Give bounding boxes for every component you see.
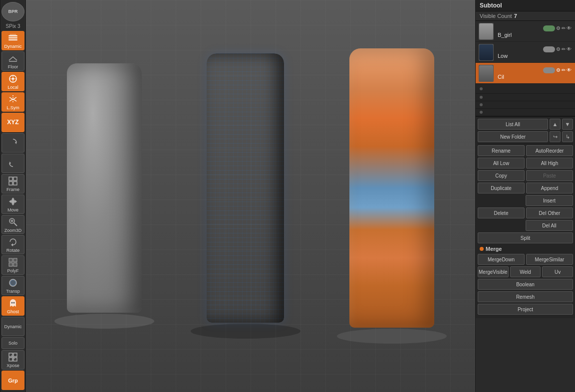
thumb-cil-img	[479, 65, 493, 81]
subtool-item-bgirl[interactable]: ⚙ ✏ 👁 B_girl	[476, 21, 575, 42]
list-all-button[interactable]: List All	[478, 119, 548, 130]
right-panel: Subtool Visible Count 7 ⚙ ✏ 👁 B_girl	[475, 0, 575, 392]
cil-eye-icon[interactable]: 👁	[567, 67, 572, 73]
subtool-spacer-2	[476, 94, 575, 101]
delete-row: Delete Del Other	[478, 207, 573, 218]
arrow-down-button[interactable]: ▼	[562, 119, 573, 130]
polyf-icon	[7, 257, 18, 268]
left-toolbar: BPR SPix 3 Dynamic Floor Local	[0, 0, 26, 392]
dynamic-button[interactable]: Dynamic	[1, 31, 24, 50]
rotate-button[interactable]: Rotate	[1, 235, 24, 254]
subtool-thumb-cil	[479, 65, 494, 82]
xpose-icon	[7, 352, 18, 363]
append-button[interactable]: Append	[526, 183, 573, 194]
del-all-button[interactable]: Del All	[526, 220, 573, 231]
ghost-label: Ghost	[7, 309, 19, 314]
uv-button[interactable]: Uv	[542, 266, 573, 277]
folder-forward-button[interactable]: ↪	[550, 131, 561, 142]
bgirl-toggle[interactable]	[543, 25, 555, 31]
bgirl-settings-icon[interactable]: ⚙	[556, 25, 561, 31]
low-edit-icon[interactable]: ✏	[562, 46, 566, 52]
rotate-up-icon	[7, 137, 18, 148]
subtool-thumb-low	[479, 44, 494, 61]
duplicate-button[interactable]: Duplicate	[478, 183, 525, 194]
cil-settings-icon[interactable]: ⚙	[556, 67, 561, 73]
zoom3d-button[interactable]: Zoom3D	[1, 215, 24, 234]
low-eye-icon[interactable]: 👁	[567, 46, 572, 52]
project-button[interactable]: Project	[478, 304, 573, 315]
folder-into-button[interactable]: ↳	[562, 131, 573, 142]
duplicate-row: Duplicate Append	[478, 183, 573, 194]
bgirl-eye-icon[interactable]: 👁	[567, 25, 572, 31]
frame-button[interactable]: Frame	[1, 174, 24, 194]
svg-rect-26	[13, 258, 17, 262]
bgirl-edit-icon[interactable]: ✏	[562, 25, 566, 31]
xyz-button[interactable]: XYZ	[1, 113, 24, 132]
lsym-button[interactable]: L.Sym	[1, 92, 24, 112]
move-button[interactable]: Move	[1, 195, 24, 214]
char-color-body	[349, 48, 434, 328]
rotate-up-button[interactable]	[1, 133, 24, 153]
transp-label: Transp	[6, 289, 20, 294]
split-button[interactable]: Split	[478, 232, 573, 243]
frame-icon	[7, 176, 18, 187]
floor-button[interactable]: Floor	[1, 51, 24, 71]
svg-rect-11	[9, 177, 12, 181]
weld-button[interactable]: Weld	[510, 266, 541, 277]
split-row: Split	[478, 232, 573, 243]
merge-similar-button[interactable]: MergeSimilar	[526, 254, 573, 265]
all-low-button[interactable]: All Low	[478, 158, 525, 169]
paste-button[interactable]: Paste	[526, 170, 573, 181]
del-other-button[interactable]: Del Other	[526, 207, 573, 218]
svg-marker-16	[11, 197, 14, 199]
floor-icon	[7, 53, 18, 64]
merge-down-button[interactable]: MergeDown	[478, 254, 525, 265]
frame-label: Frame	[6, 187, 19, 192]
remesh-button[interactable]: Remesh	[478, 291, 573, 302]
insert-button[interactable]: Insert	[526, 195, 573, 206]
new-folder-button[interactable]: New Folder	[478, 131, 548, 142]
char-gray-base	[54, 314, 154, 329]
xpose-button[interactable]: Xpose	[1, 350, 24, 370]
spacer-dot-3	[480, 103, 483, 106]
subtool-item-cil[interactable]: ⚙ ✏ 👁 Cil	[476, 63, 575, 84]
char-color-base	[337, 329, 447, 344]
arrow-up-button[interactable]: ▲	[550, 119, 561, 130]
list-all-row: List All ▲ ▼	[478, 119, 573, 130]
merge-visible-button[interactable]: MergeVisible	[478, 266, 509, 277]
svg-rect-2	[8, 39, 17, 40]
cil-edit-icon[interactable]: ✏	[562, 67, 566, 73]
svg-rect-34	[9, 358, 12, 361]
rename-button[interactable]: Rename	[478, 145, 525, 156]
transp-button[interactable]: Transp	[1, 276, 24, 295]
low-settings-icon[interactable]: ⚙	[556, 46, 561, 52]
visible-count-label: Visible Count	[480, 13, 512, 19]
subtool-item-low[interactable]: ⚙ ✏ 👁 Low	[476, 42, 575, 63]
ghost-button[interactable]: Ghost	[1, 296, 24, 316]
rotate-down-button[interactable]	[1, 154, 24, 173]
cil-toggle[interactable]	[543, 67, 555, 73]
all-low-high-row: All Low All High	[478, 158, 573, 169]
auto-reorder-button[interactable]: AutoReorder	[526, 145, 573, 156]
svg-line-21	[14, 223, 17, 226]
subtool-thumb-bgirl	[479, 23, 494, 40]
insert-row: Insert	[478, 195, 573, 206]
char-dark-base	[191, 324, 300, 339]
svg-marker-10	[9, 162, 11, 165]
copy-button[interactable]: Copy	[478, 170, 525, 181]
dynamic2-button[interactable]: Dynamic	[1, 317, 24, 336]
boolean-button[interactable]: Boolean	[478, 279, 573, 290]
copy-paste-row: Copy Paste	[478, 170, 573, 181]
svg-rect-27	[9, 263, 12, 266]
local-button[interactable]: Local	[1, 72, 24, 91]
bottom-buttons-section: List All ▲ ▼ New Folder ↪ ↳ Rename AutoR…	[476, 116, 575, 318]
grp-button[interactable]: Grp	[1, 371, 24, 390]
bpr-button[interactable]: BPR	[1, 2, 24, 21]
subtool-spacer-4	[476, 109, 575, 116]
low-toggle[interactable]	[543, 46, 555, 52]
delete-button[interactable]: Delete	[478, 207, 525, 218]
polyf-button[interactable]: PolyF	[1, 255, 24, 275]
viewport[interactable]	[26, 0, 475, 392]
solo-button[interactable]: Solo	[1, 337, 24, 349]
all-high-button[interactable]: All High	[526, 158, 573, 169]
